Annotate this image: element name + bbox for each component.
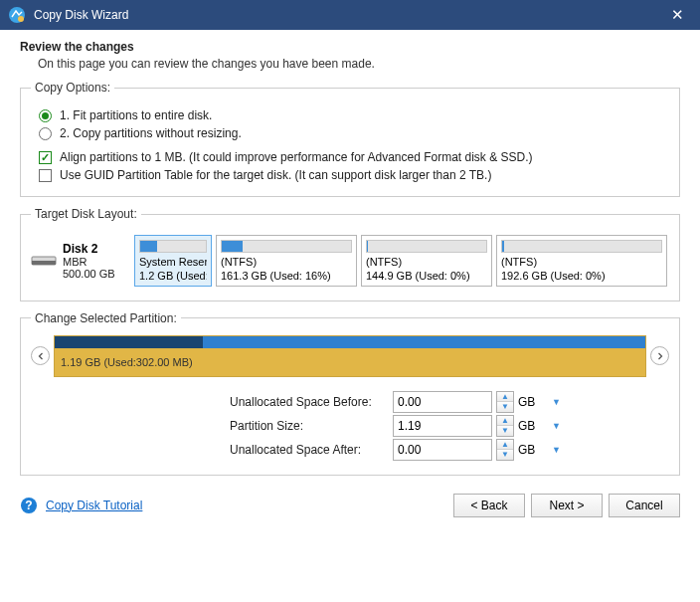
- disk-name: Disk 2: [63, 242, 115, 256]
- unit-label: GB: [518, 443, 546, 457]
- partition-size-form: Unallocated Space Before: ▲▼ GB ▼ Partit…: [230, 391, 669, 461]
- unallocated-before-input[interactable]: [393, 391, 492, 413]
- radio-label: 2. Copy partitions without resizing.: [60, 126, 242, 140]
- radio-label: 1. Fit partitions to entire disk.: [60, 108, 212, 122]
- copy-options-group: Copy Options: 1. Fit partitions to entir…: [20, 81, 680, 197]
- disk-row: Disk 2 MBR 500.00 GB System Reser1.2 GB …: [31, 231, 669, 291]
- unit-dropdown-icon[interactable]: ▼: [550, 397, 574, 407]
- checkbox-label: Use GUID Partition Table for the target …: [60, 168, 491, 182]
- target-disk-layout-group: Target Disk Layout: Disk 2 MBR 500.00 GB…: [20, 207, 680, 301]
- before-spinner[interactable]: ▲▼: [496, 391, 514, 413]
- help-icon[interactable]: ?: [20, 497, 38, 514]
- checkbox-align-partitions[interactable]: ✓ Align partitions to 1 MB. (It could im…: [39, 150, 661, 164]
- partition-name: System Reser: [139, 256, 207, 270]
- partition-usage-bar: [139, 240, 207, 253]
- titlebar: Copy Disk Wizard ✕: [0, 0, 700, 30]
- partition-size-input[interactable]: [393, 415, 492, 437]
- page-subtitle: On this page you can review the changes …: [20, 57, 680, 71]
- radio-icon: [39, 127, 52, 140]
- scroll-left-button[interactable]: [31, 346, 50, 365]
- target-layout-legend: Target Disk Layout:: [31, 207, 141, 221]
- disk-info: Disk 2 MBR 500.00 GB: [31, 235, 130, 287]
- scroll-right-button[interactable]: [650, 346, 669, 365]
- tutorial-link[interactable]: Copy Disk Tutorial: [46, 499, 142, 512]
- cancel-button[interactable]: Cancel: [609, 494, 680, 517]
- disk-type: MBR: [63, 256, 115, 268]
- back-button[interactable]: < Back: [453, 494, 525, 517]
- close-icon[interactable]: ✕: [662, 6, 692, 24]
- partition-slider-label: 1.19 GB (Used:302.00 MB): [55, 348, 645, 368]
- checkbox-icon: [39, 169, 52, 182]
- checkbox-icon: ✓: [39, 151, 52, 164]
- disk-icon: [31, 252, 57, 270]
- partition-name: (NTFS): [366, 256, 487, 270]
- before-label: Unallocated Space Before:: [230, 395, 389, 409]
- radio-icon: [39, 109, 52, 122]
- partition-detail: 144.9 GB (Used: 0%): [366, 270, 487, 284]
- partition-slider[interactable]: 1.19 GB (Used:302.00 MB): [54, 335, 646, 377]
- partition-name: (NTFS): [221, 256, 352, 270]
- partition-usage-bar: [221, 240, 352, 253]
- partition-detail: 192.6 GB (Used: 0%): [501, 270, 662, 284]
- checkbox-use-guid[interactable]: Use GUID Partition Table for the target …: [39, 168, 661, 182]
- partition-usage-bar: [366, 240, 487, 253]
- wizard-header: Review the changes On this page you can …: [0, 30, 700, 77]
- free-segment: [203, 336, 646, 348]
- svg-rect-3: [32, 261, 56, 265]
- partition-cell[interactable]: (NTFS)144.9 GB (Used: 0%): [361, 235, 492, 287]
- unit-dropdown-icon[interactable]: ▼: [550, 445, 574, 455]
- unit-dropdown-icon[interactable]: ▼: [550, 421, 574, 431]
- partition-detail: 1.2 GB (Used:: [139, 270, 207, 284]
- svg-text:?: ?: [25, 499, 32, 512]
- after-spinner[interactable]: ▲▼: [496, 439, 514, 461]
- copy-options-legend: Copy Options:: [31, 81, 114, 95]
- partition-cell[interactable]: (NTFS)192.6 GB (Used: 0%): [496, 235, 667, 287]
- svg-point-1: [18, 16, 24, 22]
- after-label: Unallocated Space After:: [230, 443, 389, 457]
- window-title: Copy Disk Wizard: [34, 8, 662, 22]
- radio-fit-partitions[interactable]: 1. Fit partitions to entire disk.: [39, 108, 661, 122]
- change-partition-legend: Change Selected Partition:: [31, 311, 181, 325]
- size-spinner[interactable]: ▲▼: [496, 415, 514, 437]
- footer: ? Copy Disk Tutorial < Back Next > Cance…: [0, 486, 700, 527]
- unit-label: GB: [518, 395, 546, 409]
- used-segment: [55, 336, 203, 348]
- partition-usage-bar: [501, 240, 662, 253]
- next-button[interactable]: Next >: [531, 494, 603, 517]
- disk-size: 500.00 GB: [63, 268, 115, 280]
- page-title: Review the changes: [20, 40, 680, 54]
- partition-detail: 161.3 GB (Used: 16%): [221, 270, 352, 284]
- partition-cell[interactable]: (NTFS)161.3 GB (Used: 16%): [216, 235, 357, 287]
- unallocated-after-input[interactable]: [393, 439, 492, 461]
- radio-copy-without-resize[interactable]: 2. Copy partitions without resizing.: [39, 126, 661, 140]
- partition-cell[interactable]: System Reser1.2 GB (Used:: [134, 235, 212, 287]
- size-label: Partition Size:: [230, 419, 389, 433]
- checkbox-label: Align partitions to 1 MB. (It could impr…: [60, 150, 533, 164]
- app-icon: [8, 6, 26, 24]
- unit-label: GB: [518, 419, 546, 433]
- partition-name: (NTFS): [501, 256, 662, 270]
- change-selected-partition-group: Change Selected Partition: 1.19 GB (Used…: [20, 311, 680, 476]
